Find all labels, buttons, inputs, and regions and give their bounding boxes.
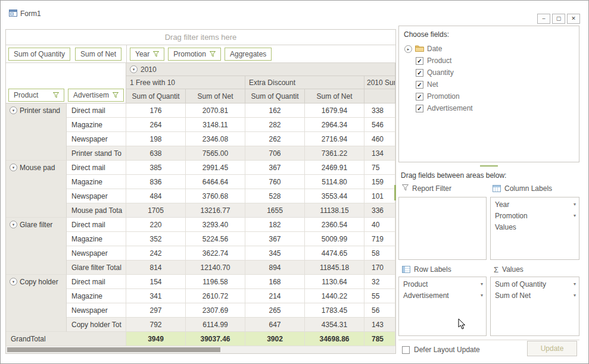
- defer-layout-checkbox[interactable]: [402, 346, 410, 354]
- data-cell[interactable]: 220: [126, 218, 186, 232]
- data-cell[interactable]: 760: [245, 175, 305, 189]
- field-checkbox[interactable]: ✓: [416, 81, 423, 89]
- row-label[interactable]: Glare filter Total: [67, 261, 126, 275]
- row-label[interactable]: Newspaper: [67, 303, 126, 318]
- data-cell[interactable]: 2610.72: [186, 289, 245, 303]
- row-label[interactable]: Direct mail: [67, 218, 126, 232]
- field-tree-item[interactable]: ✓Promotion: [399, 90, 578, 102]
- grand-total-cell[interactable]: 39037.46: [186, 332, 245, 346]
- data-cell[interactable]: 706: [245, 146, 305, 161]
- row-group-header[interactable]: ▾Mouse pad: [6, 161, 67, 218]
- measure-header[interactable]: Sum of Net: [186, 89, 245, 103]
- grand-total-cell[interactable]: 3902: [245, 332, 305, 346]
- column-group-header[interactable]: 1 Free with 10: [126, 76, 245, 89]
- row-label[interactable]: Copy holder Tot: [67, 318, 126, 332]
- field-list-item[interactable]: Year▾: [491, 199, 579, 210]
- measure-header[interactable]: Sum of Quantit: [245, 89, 305, 103]
- data-cell[interactable]: 1130.64: [305, 275, 364, 289]
- row-label[interactable]: Magazine: [67, 289, 126, 303]
- field-list-item[interactable]: Advertisement▾: [399, 290, 486, 301]
- horizontal-splitter-grip[interactable]: [480, 165, 498, 167]
- data-cell[interactable]: 264: [126, 118, 186, 132]
- data-cell[interactable]: 1655: [245, 203, 305, 218]
- column-group-header[interactable]: Extra Discount: [245, 76, 364, 89]
- data-cell[interactable]: 11845.18: [305, 261, 364, 275]
- dropdown-arrow-icon[interactable]: ▾: [481, 281, 483, 287]
- grand-total-cell[interactable]: 785: [364, 332, 395, 346]
- row-field-product[interactable]: Product: [8, 89, 64, 102]
- data-cell[interactable]: 32: [364, 275, 395, 289]
- data-cell[interactable]: 262: [245, 132, 305, 146]
- field-list-item[interactable]: Promotion▾: [491, 210, 579, 221]
- column-field-promotion[interactable]: Promotion: [168, 48, 221, 61]
- field-list-item[interactable]: Values: [491, 221, 579, 233]
- data-cell[interactable]: 3622.74: [186, 246, 245, 261]
- filter-funnel-icon[interactable]: [210, 51, 216, 57]
- data-cell[interactable]: 2716.94: [305, 132, 364, 146]
- data-cell[interactable]: 56: [364, 303, 395, 318]
- field-tree-item[interactable]: ✓Product: [399, 55, 578, 67]
- column-group-header[interactable]: 2010 Sum: [364, 76, 395, 89]
- data-cell[interactable]: 75: [364, 161, 395, 175]
- row-label[interactable]: Newspaper: [67, 132, 126, 146]
- row-group-header[interactable]: ▾Glare filter: [6, 218, 67, 275]
- measure-header[interactable]: Sum of Net: [305, 89, 364, 103]
- data-field-sum-of-net[interactable]: Sum of Net: [75, 48, 121, 61]
- data-cell[interactable]: 341: [126, 289, 186, 303]
- data-cell[interactable]: 2307.69: [186, 303, 245, 318]
- dropdown-arrow-icon[interactable]: ▾: [574, 213, 576, 218]
- data-cell[interactable]: 12140.70: [186, 261, 245, 275]
- data-cell[interactable]: 6464.64: [186, 175, 245, 189]
- filter-funnel-icon[interactable]: [113, 92, 119, 98]
- data-cell[interactable]: 168: [245, 275, 305, 289]
- column-field-aggregates[interactable]: Aggregates: [225, 48, 272, 61]
- grand-total-cell[interactable]: 3949: [126, 332, 186, 346]
- data-cell[interactable]: 792: [126, 318, 186, 332]
- data-cell[interactable]: 1679.94: [305, 103, 364, 118]
- data-field-sum-of-quantity[interactable]: Sum of Quantity: [8, 48, 70, 61]
- field-checkbox[interactable]: ✓: [416, 93, 423, 101]
- data-cell[interactable]: 4354.31: [305, 318, 364, 332]
- column-labels-area[interactable]: Year▾Promotion▾Values: [490, 197, 579, 260]
- data-cell[interactable]: 170: [364, 261, 395, 275]
- grand-total-cell[interactable]: 34698.86: [305, 332, 364, 346]
- data-cell[interactable]: 6114.99: [186, 318, 245, 332]
- data-cell[interactable]: 367: [245, 232, 305, 246]
- data-cell[interactable]: 282: [245, 118, 305, 132]
- tree-node-date[interactable]: ▸ Date: [399, 43, 578, 55]
- collapse-icon[interactable]: ▾: [10, 106, 17, 114]
- field-tree-item[interactable]: ✓Advertisement: [399, 102, 578, 114]
- data-cell[interactable]: 297: [126, 303, 186, 318]
- dropdown-arrow-icon[interactable]: ▾: [481, 293, 483, 298]
- data-cell[interactable]: 159: [364, 175, 395, 189]
- data-cell[interactable]: 3760.68: [186, 189, 245, 203]
- dropdown-arrow-icon[interactable]: ▾: [574, 202, 576, 207]
- data-cell[interactable]: 242: [126, 246, 186, 261]
- data-cell[interactable]: 2360.54: [305, 218, 364, 232]
- row-label[interactable]: Printer stand To: [67, 146, 126, 161]
- collapse-icon[interactable]: ▾: [10, 164, 17, 171]
- data-cell[interactable]: 198: [126, 132, 186, 146]
- row-label[interactable]: Newspaper: [67, 246, 126, 261]
- data-cell[interactable]: 1783.45: [305, 303, 364, 318]
- column-field-year[interactable]: Year: [130, 48, 164, 61]
- collapse-icon[interactable]: ▾: [10, 221, 17, 228]
- field-list-item[interactable]: Product▾: [399, 278, 486, 290]
- row-group-header[interactable]: ▾Copy holder: [6, 275, 67, 332]
- data-cell[interactable]: 1196.58: [186, 275, 245, 289]
- field-checkbox[interactable]: ✓: [416, 105, 423, 112]
- update-button[interactable]: Update: [527, 341, 577, 356]
- data-cell[interactable]: 2964.34: [305, 118, 364, 132]
- data-cell[interactable]: 338: [364, 103, 395, 118]
- data-cell[interactable]: 7361.22: [305, 146, 364, 161]
- data-cell[interactable]: 719: [364, 232, 395, 246]
- collapse-icon[interactable]: ▾: [130, 65, 138, 73]
- data-cell[interactable]: 40: [364, 218, 395, 232]
- data-cell[interactable]: 162: [245, 103, 305, 118]
- values-area[interactable]: Sum of Quantity▾Sum of Net▾: [490, 277, 579, 336]
- column-group-year[interactable]: ▾ 2010: [126, 63, 395, 76]
- data-cell[interactable]: 1440.22: [305, 289, 364, 303]
- data-cell[interactable]: 894: [245, 261, 305, 275]
- field-list-item[interactable]: Sum of Net▾: [491, 290, 579, 301]
- data-cell[interactable]: 460: [364, 132, 395, 146]
